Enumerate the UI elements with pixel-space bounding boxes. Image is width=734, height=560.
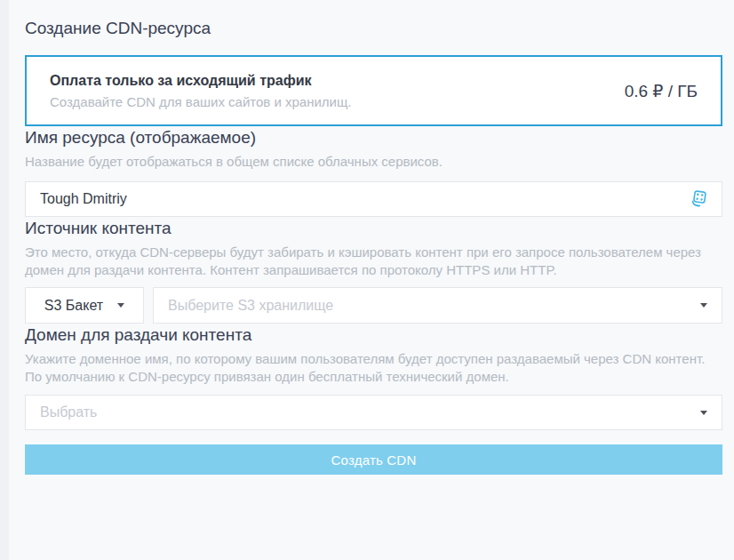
domain-heading: Домен для раздачи контента [25,324,722,346]
page-left-edge [0,0,9,560]
resource-name-field-wrap [25,181,722,217]
domain-select[interactable]: Выбрать [25,395,722,430]
s3-storage-select[interactable]: Выберите S3 хранилище [153,287,722,324]
domain-hint: Укажите доменное имя, по которому вашим … [25,350,722,386]
resource-name-heading: Имя ресурса (отображаемое) [25,126,722,148]
resource-name-hint: Название будет отображаться в общем спис… [25,153,722,171]
promo-text-block: Оплата только за исходящий трафик Создав… [50,71,352,111]
domain-select-placeholder: Выбрать [40,404,700,420]
promo-title: Оплата только за исходящий трафик [50,71,352,91]
random-name-dice-icon[interactable] [688,188,709,210]
origin-type-value: S3 Бакет [44,298,103,314]
pricing-promo-banner: Оплата только за исходящий трафик Создав… [25,55,722,126]
create-cdn-button[interactable]: Создать CDN [25,444,722,475]
chevron-down-icon [700,303,707,308]
origin-type-dropdown[interactable]: S3 Бакет [25,287,144,324]
content-origin-hint: Это место, откуда CDN-серверы будут заби… [25,244,722,279]
price-per-gb: 0.6 ₽ / ГБ [625,81,698,101]
create-cdn-form: Создание CDN-ресурса Оплата только за ис… [25,0,722,475]
promo-subtitle: Создавайте CDN для ваших сайтов и хранил… [50,92,352,111]
s3-storage-placeholder: Выберите S3 хранилище [168,298,700,314]
resource-name-input[interactable] [40,191,688,207]
chevron-down-icon [117,303,124,308]
content-origin-heading: Источник контента [25,217,722,239]
page-title: Создание CDN-ресурса [25,0,722,39]
chevron-down-icon [700,411,707,415]
origin-selectors-row: S3 Бакет Выберите S3 хранилище [25,287,722,324]
